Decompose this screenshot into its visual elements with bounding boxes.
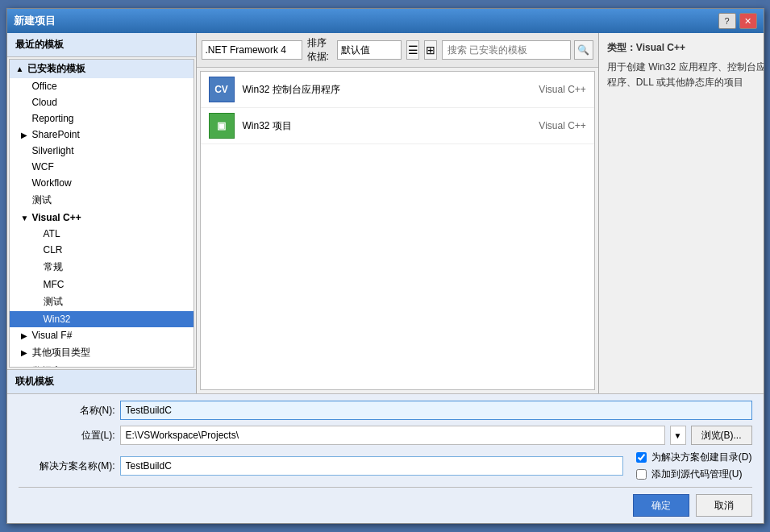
create-directory-label: 为解决方案创建目录(D) <box>651 451 752 464</box>
installed-label: 已安装的模板 <box>27 62 85 76</box>
right-panel: 类型：Visual C++ 用于创建 Win32 应用程序、控制台应用程序、DL… <box>599 33 764 393</box>
templates-list[interactable]: CV Win32 控制台应用程序 Visual C++ ▣ Win32 项目 V… <box>200 71 595 390</box>
cancel-button[interactable]: 取消 <box>696 494 752 517</box>
name-input[interactable] <box>120 401 752 420</box>
online-templates-header[interactable]: 联机模板 <box>7 369 196 393</box>
sidebar-item-visualcpp[interactable]: ▼ Visual C++ <box>10 210 194 226</box>
sidebar-item-mfc[interactable]: MFC <box>10 276 194 293</box>
list-view-button[interactable]: ☰ <box>406 40 419 60</box>
location-label: 位置(L): <box>19 429 115 443</box>
new-project-dialog: 新建项目 ? ✕ 最近的模板 ▲ 已安装的模板 Office <box>6 8 764 524</box>
template-type-win32console: Visual C++ <box>539 84 585 95</box>
search-input[interactable] <box>442 40 571 60</box>
grid-view-button[interactable]: ⊞ <box>424 40 437 60</box>
source-control-checkbox[interactable] <box>636 469 647 480</box>
tree-container[interactable]: ▲ 已安装的模板 Office Cloud Reporting ▶ <box>9 59 194 368</box>
search-area: 🔍 <box>442 40 593 60</box>
main-content: 最近的模板 ▲ 已安装的模板 Office Cloud Reporti <box>7 33 764 393</box>
source-control-label: 添加到源代码管理(U) <box>651 468 743 481</box>
title-bar-buttons: ? ✕ <box>718 13 757 29</box>
sidebar-item-visualfsharp[interactable]: ▶ Visual F# <box>10 327 194 343</box>
solution-input[interactable] <box>120 456 623 476</box>
template-win32console[interactable]: CV Win32 控制台应用程序 Visual C++ <box>201 72 594 108</box>
browse-button[interactable]: 浏览(B)... <box>691 426 752 445</box>
type-label: 类型：Visual C++ <box>607 41 764 55</box>
sidebar-item-win32[interactable]: Win32 <box>10 311 194 327</box>
template-name-win32project: Win32 项目 <box>243 119 531 133</box>
checkboxes: 为解决方案创建目录(D) 添加到源代码管理(U) <box>636 451 752 481</box>
action-row: 确定 取消 <box>19 487 752 517</box>
title-bar: 新建项目 ? ✕ <box>7 9 764 33</box>
template-name-win32console: Win32 控制台应用程序 <box>243 83 531 97</box>
ok-button[interactable]: 确定 <box>633 494 689 517</box>
left-panel: 最近的模板 ▲ 已安装的模板 Office Cloud Reporti <box>7 33 197 393</box>
sidebar-item-atl[interactable]: ATL <box>10 226 194 242</box>
sidebar-item-reporting[interactable]: Reporting <box>10 110 194 127</box>
sidebar-item-database[interactable]: ▶ 数据库 <box>10 362 194 368</box>
search-button[interactable]: 🔍 <box>574 40 593 60</box>
create-directory-checkbox[interactable] <box>636 452 647 463</box>
location-input-area: ▼ <box>120 426 686 445</box>
template-icon-cv: CV <box>209 77 235 102</box>
sidebar-item-workflow[interactable]: Workflow <box>10 175 194 191</box>
sort-select[interactable]: 默认值 <box>337 40 402 60</box>
sidebar-item-general[interactable]: 常规 <box>10 258 194 276</box>
sidebar-item-cloud[interactable]: Cloud <box>10 94 194 110</box>
recent-header: 最近的模板 <box>7 33 196 57</box>
sidebar-item-wcf[interactable]: WCF <box>10 159 194 175</box>
template-type-win32project: Visual C++ <box>539 120 585 131</box>
source-control-checkbox-row[interactable]: 添加到源代码管理(U) <box>636 468 752 481</box>
installed-templates-header[interactable]: ▲ 已安装的模板 <box>10 60 194 78</box>
solution-label: 解决方案名称(M): <box>19 459 115 473</box>
template-icon-win32: ▣ <box>209 113 235 139</box>
sidebar-item-test[interactable]: 测试 <box>10 191 194 210</box>
sidebar-item-clr[interactable]: CLR <box>10 242 194 258</box>
location-input[interactable] <box>120 426 665 445</box>
type-description: 用于创建 Win32 应用程序、控制台应用程序、DLL 或其他静态库的项目 <box>607 60 764 90</box>
sidebar-item-test2[interactable]: 测试 <box>10 293 194 311</box>
bottom-panel: 名称(N): 位置(L): ▼ 浏览(B)... 解决方案名称(M): 为解决方… <box>7 393 764 523</box>
sidebar-item-office[interactable]: Office <box>10 78 194 94</box>
sidebar-item-sharepoint[interactable]: ▶ SharePoint <box>10 127 194 143</box>
location-row: 位置(L): ▼ 浏览(B)... <box>19 426 752 445</box>
close-button[interactable]: ✕ <box>739 13 757 29</box>
framework-select[interactable]: .NET Framework 4 <box>202 40 302 60</box>
dialog-title: 新建项目 <box>14 14 56 28</box>
center-panel: .NET Framework 4 排序依据: 默认值 ☰ ⊞ 🔍 CV <box>197 33 599 393</box>
expand-icon: ▲ <box>16 64 24 73</box>
template-win32project[interactable]: ▣ Win32 项目 Visual C++ <box>201 108 594 144</box>
name-row: 名称(N): <box>19 401 752 420</box>
name-label: 名称(N): <box>19 404 115 418</box>
location-dropdown[interactable]: ▼ <box>670 426 686 445</box>
help-button[interactable]: ? <box>718 13 736 29</box>
sidebar-item-otherprojects[interactable]: ▶ 其他项目类型 <box>10 343 194 362</box>
create-directory-checkbox-row[interactable]: 为解决方案创建目录(D) <box>636 451 752 464</box>
sort-label: 排序依据: <box>307 36 333 64</box>
solution-row: 解决方案名称(M): 为解决方案创建目录(D) 添加到源代码管理(U) <box>19 451 752 481</box>
toolbar: .NET Framework 4 排序依据: 默认值 ☰ ⊞ 🔍 <box>197 33 598 68</box>
sidebar-item-silverlight[interactable]: Silverlight <box>10 143 194 159</box>
